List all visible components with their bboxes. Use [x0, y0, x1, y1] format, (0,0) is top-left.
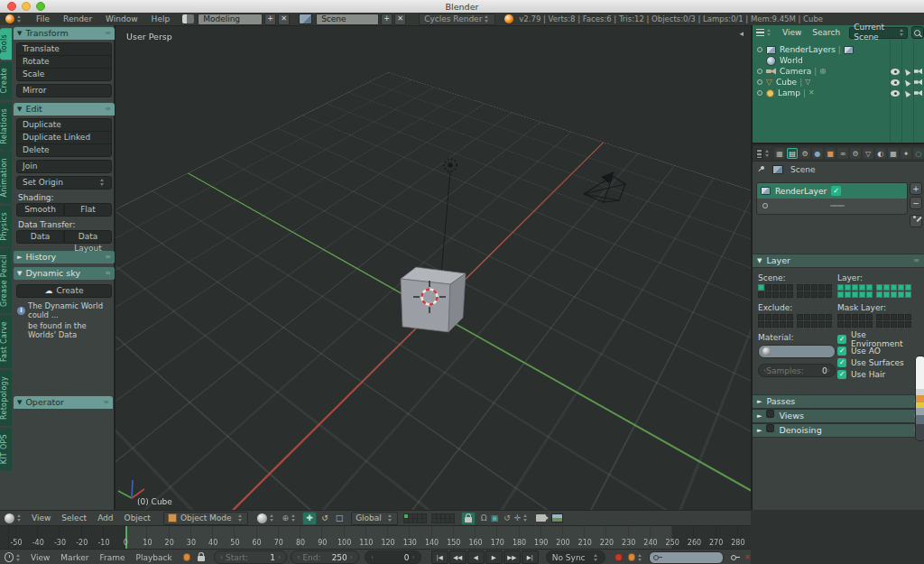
outliner-editor-icon[interactable]	[756, 29, 764, 37]
layer-cell[interactable]	[826, 291, 832, 298]
layer-cell[interactable]	[811, 284, 818, 291]
shade-smooth-button[interactable]: Smooth	[16, 203, 64, 217]
layer-cell[interactable]	[905, 314, 911, 320]
viewport-editor-icon[interactable]	[5, 513, 14, 523]
layer-cell[interactable]	[804, 284, 810, 291]
layer-cell[interactable]	[859, 284, 865, 291]
layer-cell[interactable]	[905, 284, 911, 291]
layer-cell[interactable]	[866, 291, 873, 298]
proportional-edit-icon[interactable]: ↺	[504, 513, 511, 522]
snap-spinner-icon[interactable]	[522, 513, 529, 522]
scene-name-field[interactable]: Scene	[316, 14, 379, 25]
visibility-eye-icon[interactable]	[891, 69, 900, 75]
properties-tab-modifiers[interactable]: ⚙	[850, 148, 861, 159]
selectable-cursor-icon[interactable]	[903, 88, 911, 97]
layer-cell[interactable]	[787, 284, 793, 291]
pivot-center-icon[interactable]: ⊕	[282, 513, 290, 522]
toolshelf-tab-grease-pencil[interactable]: Grease Pencil	[0, 248, 12, 313]
properties-tab-render[interactable]: ▦	[774, 148, 785, 159]
frame-start-field[interactable]: ‹ Start: 1 ›	[214, 550, 287, 564]
frame-end-field[interactable]: ‹ End: 250 ›	[291, 550, 359, 564]
layer-cell[interactable]	[818, 291, 825, 298]
duplicate-button[interactable]: Duplicate	[16, 118, 112, 132]
checkbox-checked-icon[interactable]: ✓	[837, 358, 846, 367]
create-sky-button[interactable]: ☁ Create	[16, 284, 112, 298]
layer-cell[interactable]	[818, 321, 825, 328]
layer-cell[interactable]	[898, 291, 904, 298]
layer-cell[interactable]	[883, 291, 890, 298]
toolshelf-tab-retopology[interactable]: Retopology	[0, 370, 12, 426]
remove-render-layer-button[interactable]: −	[910, 197, 922, 209]
layer-cell[interactable]	[866, 284, 873, 291]
delete-layout-button[interactable]: ✕	[278, 14, 290, 25]
layer-cell[interactable]	[765, 291, 772, 298]
samples-field[interactable]: ‹ Samples: 0 ›	[758, 364, 836, 377]
layer-cell[interactable]	[837, 284, 844, 291]
menu-window[interactable]: Window	[106, 14, 138, 23]
menu-file[interactable]: File	[36, 14, 50, 23]
insert-keyframe-button[interactable]	[731, 555, 739, 560]
toolshelf-tab-physics[interactable]: Physics	[0, 206, 12, 247]
checkbox-checked-icon[interactable]: ✓	[837, 347, 846, 356]
snap-magnet-icon[interactable]: Ω	[481, 513, 487, 522]
properties-tab-material[interactable]: ◐	[875, 148, 886, 159]
layer-cell[interactable]	[772, 314, 779, 320]
region-collapse-icon[interactable]: ◂	[739, 29, 744, 38]
viewport-shading-icon[interactable]	[257, 513, 267, 523]
keying-set-button[interactable]	[628, 553, 636, 561]
snap-element-icon[interactable]: ▣	[491, 513, 499, 522]
layer-cell[interactable]	[852, 284, 858, 291]
pivot-spinner-icon[interactable]	[291, 513, 297, 522]
toolshelf-tab-kit-ops[interactable]: KIT OPS	[0, 428, 12, 470]
toolshelf-tab-create[interactable]: Create	[0, 61, 12, 99]
denoising-panel-header[interactable]: ► Denoising ≡	[753, 423, 924, 438]
views-checkbox[interactable]	[766, 410, 774, 418]
selectable-cursor-icon[interactable]	[903, 78, 911, 86]
layer-cell[interactable]	[891, 321, 897, 328]
passes-panel-header[interactable]: ► Passes ≡	[753, 394, 924, 409]
properties-tab-scene[interactable]: ⚙	[799, 148, 810, 159]
expand-icon[interactable]	[757, 69, 762, 74]
layer-cell[interactable]	[859, 314, 865, 320]
blender-logo-icon[interactable]	[5, 14, 14, 23]
layer-cell[interactable]	[765, 321, 772, 328]
layer-cell[interactable]	[845, 284, 851, 291]
properties-tab-constraints[interactable]: ∞	[837, 148, 848, 159]
toolshelf-tab-fast-carve[interactable]: Fast Carve	[0, 315, 12, 368]
expand-icon[interactable]	[757, 47, 762, 52]
layer-cell[interactable]	[804, 321, 810, 328]
layer-cell[interactable]	[866, 321, 873, 328]
layer-cell[interactable]	[811, 291, 818, 298]
duplicate-linked-button[interactable]: Duplicate Linked	[16, 131, 112, 144]
outliner-item-lamp[interactable]: Lamp | ✕	[753, 88, 924, 98]
viewport-3d[interactable]: User Persp (0) Cube ◂	[116, 25, 751, 510]
layer-cell[interactable]	[765, 314, 772, 320]
layer-cell[interactable]	[772, 284, 779, 291]
play-reverse-button[interactable]: ◀	[467, 550, 485, 564]
data-transfer-layout-button[interactable]: Data Layout	[64, 230, 112, 244]
layer-cell[interactable]	[876, 314, 882, 320]
pin-icon[interactable]	[758, 166, 765, 173]
editor-spinner-icon[interactable]	[766, 28, 772, 37]
layer-cell[interactable]	[852, 321, 858, 328]
properties-tab-particles[interactable]: ✦	[901, 148, 911, 159]
layer-cell[interactable]	[905, 321, 911, 328]
layer-cell[interactable]	[845, 321, 851, 328]
shade-flat-button[interactable]: Flat	[64, 203, 112, 217]
scale-button[interactable]: Scale	[16, 68, 112, 81]
checkbox-checked-icon[interactable]: ✓	[837, 370, 846, 379]
use-environment-row[interactable]: ✓ Use Environment	[837, 335, 920, 344]
delete-button[interactable]: Delete	[16, 143, 112, 157]
opengl-render-icon[interactable]	[536, 514, 546, 522]
layer-cell[interactable]	[780, 321, 786, 328]
layer-cell[interactable]	[883, 284, 890, 291]
manipulator-scale-button[interactable]: □	[333, 513, 346, 524]
layer-cell[interactable]	[826, 314, 832, 320]
add-layout-button[interactable]: +	[264, 14, 276, 25]
layer-cell[interactable]	[898, 284, 904, 291]
viewport-layer-cell[interactable]	[449, 518, 455, 523]
prev-keyframe-button[interactable]: ◀◀	[449, 550, 467, 564]
editor-spinner-icon[interactable]	[15, 553, 22, 562]
scene-lock-button[interactable]	[461, 512, 476, 525]
shading-spinner-icon[interactable]	[269, 513, 275, 522]
